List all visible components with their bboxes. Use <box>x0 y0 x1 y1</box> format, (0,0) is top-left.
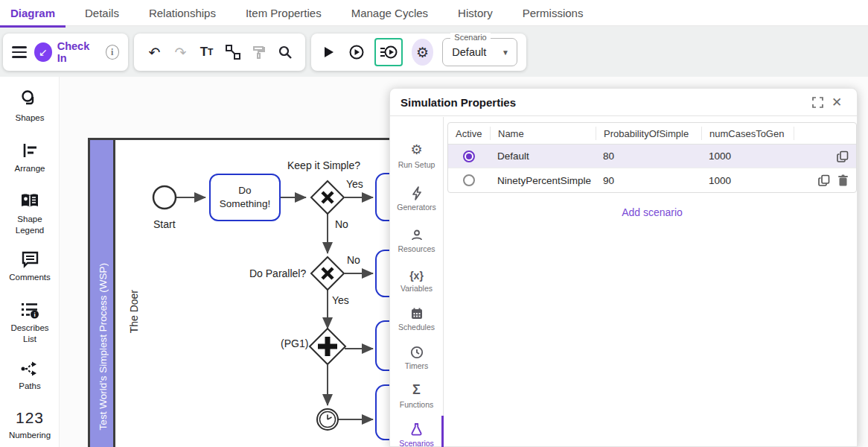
menu-item-scenarios[interactable]: Scenarios <box>390 420 443 447</box>
table-row[interactable]: Default 80 1000 <box>448 145 856 168</box>
timer-event[interactable] <box>317 409 338 430</box>
task-do-something[interactable]: Do Something! <box>209 174 281 221</box>
flask-icon <box>390 420 443 437</box>
copy-icon[interactable] <box>837 150 849 162</box>
text-format-icon[interactable]: TT <box>196 41 218 63</box>
check-in-icon: ↙ <box>34 42 52 62</box>
left-sidebar: Shapes Arrange Shape Legend Comments i D… <box>0 77 60 447</box>
info-icon[interactable]: i <box>106 45 119 60</box>
tab-label: Permissions <box>523 7 584 19</box>
connector-icon[interactable] <box>222 41 244 63</box>
sigma-icon: Σ <box>390 381 443 398</box>
scenario-select-label: Scenario <box>450 33 490 42</box>
gear-icon: ⚙ <box>390 142 443 158</box>
lightning-icon <box>390 184 443 200</box>
task-label: Do Something! <box>214 184 276 210</box>
scenario-numcases[interactable]: 1000 <box>701 175 794 186</box>
gateway1-no-label: No <box>335 218 348 230</box>
sidebar-item-shapes[interactable]: Shapes <box>0 87 60 124</box>
tab-details[interactable]: Details <box>70 0 134 26</box>
undo-icon[interactable]: ↶ <box>144 41 166 63</box>
variables-icon: {x} <box>390 265 443 282</box>
shapes-icon <box>0 87 60 110</box>
menu-item-resources[interactable]: Resources <box>390 226 443 253</box>
run-preview-icon[interactable] <box>347 41 365 63</box>
scenario-probability[interactable]: 80 <box>596 150 701 162</box>
parallel-gateway-label: (PG1) <box>281 337 308 349</box>
active-radio[interactable] <box>463 174 475 186</box>
numbering-icon: 123 <box>0 405 60 427</box>
simulation-runs-icon[interactable] <box>377 41 400 63</box>
describes-list-icon: i <box>0 297 60 320</box>
toolbar-group-edit: ↶ ↷ TT <box>134 34 305 71</box>
menu-item-label: Timers <box>390 361 443 370</box>
scenario-probability[interactable]: 90 <box>596 175 701 186</box>
col-header-actions <box>794 127 857 140</box>
copy-icon[interactable] <box>818 174 830 186</box>
tab-item-properties[interactable]: Item Properties <box>231 0 336 26</box>
sidebar-item-numbering[interactable]: 123 Numbering <box>0 405 60 441</box>
menu-item-functions[interactable]: Σ Functions <box>390 381 443 409</box>
table-header-row: Active Name ProbabilityOfSimple numCases… <box>448 123 856 145</box>
scenario-name[interactable]: NinetyPercentSimple <box>490 175 596 186</box>
menu-item-variables[interactable]: {x} Variables <box>390 265 443 293</box>
expand-icon[interactable] <box>808 92 827 112</box>
gateway1-yes-label: Yes <box>346 178 363 190</box>
scenario-numcases[interactable]: 1000 <box>701 150 794 162</box>
redo-icon[interactable]: ↷ <box>170 41 192 63</box>
tab-permissions[interactable]: Permissions <box>508 0 599 26</box>
table-row[interactable]: NinetyPercentSimple 90 1000 <box>448 168 856 192</box>
menu-item-label: Schedules <box>390 323 443 332</box>
gateway2-yes-label: Yes <box>332 294 349 306</box>
sidebar-item-shape-legend[interactable]: Shape Legend <box>0 188 60 236</box>
toolbar-group-simulation: ⚙ Scenario Default ▼ <box>311 34 526 71</box>
sidebar-item-paths[interactable]: Paths <box>0 355 60 392</box>
menu-item-generators[interactable]: Generators <box>390 184 443 212</box>
dialog-header[interactable]: Simulation Properties ✕ <box>390 89 857 116</box>
sidebar-item-comments[interactable]: Comments <box>0 247 60 283</box>
start-label: Start <box>153 218 176 230</box>
menu-item-timers[interactable]: Timers <box>390 343 443 370</box>
start-event[interactable] <box>153 186 176 209</box>
sidebar-item-label: Paths <box>0 381 60 392</box>
toolbar-group-checkin: ↙ Check In i <box>3 34 128 71</box>
menu-icon[interactable] <box>12 46 27 58</box>
format-painter-icon[interactable] <box>248 41 270 63</box>
tab-label: Details <box>85 7 119 19</box>
active-radio[interactable] <box>463 150 475 162</box>
menu-item-label: Resources <box>390 244 443 253</box>
sidebar-item-label: Shape Legend <box>7 214 52 236</box>
check-in-button[interactable]: ↙ Check In <box>34 40 98 64</box>
col-header-active: Active <box>448 127 490 140</box>
tab-diagram[interactable]: Diagram <box>0 0 70 26</box>
simulation-settings-icon[interactable]: ⚙ <box>412 39 433 66</box>
exclusive-gateway-2[interactable] <box>311 257 344 290</box>
add-scenario-link[interactable]: Add scenario <box>447 206 857 218</box>
tab-manage-cycles[interactable]: Manage Cycles <box>336 0 443 26</box>
col-header-numcases: numCasesToGen <box>701 127 794 140</box>
calendar-icon <box>390 304 443 320</box>
menu-item-run-setup[interactable]: ⚙ Run Setup <box>390 142 443 169</box>
sidebar-item-label: Comments <box>0 272 60 283</box>
menu-item-schedules[interactable]: Schedules <box>390 304 443 332</box>
person-icon <box>390 226 443 242</box>
menu-item-label: Scenarios <box>390 439 443 447</box>
sidebar-item-label: Arrange <box>0 163 60 174</box>
exclusive-gateway-1[interactable] <box>311 181 344 214</box>
scenarios-table: Active Name ProbabilityOfSimple numCases… <box>447 122 857 193</box>
sidebar-item-arrange[interactable]: Arrange <box>0 138 60 174</box>
paths-icon <box>0 355 60 378</box>
close-icon[interactable]: ✕ <box>827 92 846 112</box>
search-icon[interactable] <box>274 41 296 63</box>
scenario-name[interactable]: Default <box>490 150 596 162</box>
scenario-select[interactable]: Scenario Default ▼ <box>442 38 517 66</box>
sidebar-item-describes-list[interactable]: i Describes List <box>0 297 60 345</box>
col-header-name: Name <box>490 127 596 140</box>
run-icon[interactable] <box>320 41 338 63</box>
toolbar: ↙ Check In i ↶ ↷ TT ⚙ Scen <box>0 26 868 77</box>
parallel-gateway[interactable] <box>310 329 345 364</box>
tab-history[interactable]: History <box>443 0 508 26</box>
tab-relationships[interactable]: Relationships <box>134 0 231 26</box>
gateway2-question: Do Parallel? <box>249 267 306 279</box>
delete-icon[interactable] <box>837 174 849 186</box>
